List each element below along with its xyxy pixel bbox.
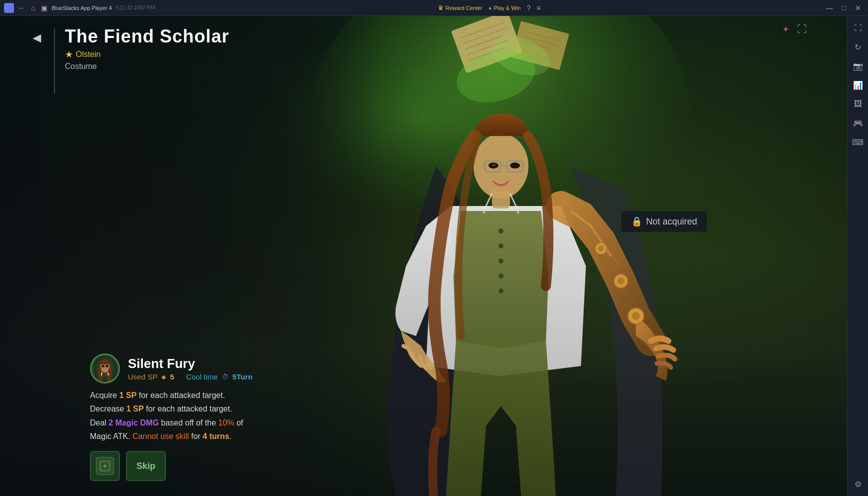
sp-label: Used SP [128, 372, 157, 381]
header-divider [54, 28, 55, 94]
svg-point-16 [499, 274, 504, 278]
help-button[interactable]: ? [527, 4, 531, 12]
svg-point-33 [492, 164, 496, 166]
titlebar-right: — □ ✕ [823, 3, 864, 13]
sidebar-icon-chart[interactable]: 📊 [850, 77, 866, 93]
sidebar-icon-fullscreen[interactable]: ⛶ [850, 20, 866, 36]
back-nav-button[interactable]: ← [18, 4, 25, 12]
page-title: The Fiend Scholar [65, 26, 229, 47]
lock-icon: 🔒 [631, 216, 642, 227]
sidebar-icon-keyboard[interactable]: ⌨ [850, 134, 866, 150]
crown-icon: ♛ [438, 4, 444, 12]
screenshot-nav-button[interactable]: ▣ [41, 4, 47, 12]
play-win-label: Play & Win [494, 5, 521, 11]
character-name: Olstein [76, 50, 101, 59]
skill-name-area: Silent Fury Used SP ◆ 5 Cool time ⏱ 5Tur… [128, 356, 252, 381]
cannot-use-highlight: Cannot use skill [132, 432, 189, 440]
cooldown-value: 5Turn [232, 372, 253, 381]
skill-panel: Silent Fury Used SP ◆ 5 Cool time ⏱ 5Tur… [90, 354, 380, 481]
cooldown-icon: ⏱ [222, 373, 228, 380]
skill-buttons: Skip [90, 451, 380, 481]
game-area: ◄ The Fiend Scholar ★ Olstein Costume ⛶ … [0, 16, 847, 496]
skill-stats: Used SP ◆ 5 Cool time ⏱ 5Turn [128, 372, 252, 381]
reward-center-button[interactable]: ♛ Reward Center [438, 4, 483, 12]
fullscreen-icon[interactable]: ⛶ [797, 24, 807, 35]
titlebar-center: ♛ Reward Center ● Play & Win ? ≡ [438, 4, 541, 12]
nav-buttons: ← ⌂ ▣ [18, 4, 47, 12]
close-button[interactable]: ✕ [852, 3, 864, 13]
cooldown-label: Cool time [186, 372, 218, 381]
titlebar-left: ← ⌂ ▣ BlueStacks App Player 4 5.11.42.10… [4, 3, 155, 13]
skill-icon-inner [96, 457, 114, 475]
not-acquired-badge: 🔒 Not acquired [621, 211, 707, 232]
not-acquired-text: Not acquired [646, 216, 697, 227]
magic-dmg-highlight: 2 Magic DMG [108, 418, 158, 427]
app-title: BlueStacks App Player 4 [51, 5, 111, 11]
svg-point-15 [499, 258, 504, 264]
sidebar-icon-rotate[interactable]: ↻ [850, 39, 866, 55]
costume-type: Costume [65, 62, 229, 71]
svg-point-32 [510, 162, 520, 168]
sp-highlight-1: 1 SP [119, 391, 137, 400]
skill-icon-button[interactable] [90, 451, 120, 481]
skill-avatar-inner [92, 356, 118, 382]
home-nav-button[interactable]: ⌂ [31, 4, 35, 12]
sidebar-icon-camera[interactable]: 📷 [850, 58, 866, 74]
expand-area: ⛶ [782, 24, 807, 35]
svg-point-21 [618, 278, 625, 284]
sidebar-icon-gamepad[interactable]: 🎮 [850, 115, 866, 131]
skill-name: Silent Fury [128, 356, 252, 372]
svg-point-17 [499, 288, 504, 294]
svg-point-19 [598, 246, 604, 252]
svg-point-14 [499, 244, 504, 248]
sp-value: 5 [170, 372, 174, 381]
skip-button[interactable]: Skip [126, 451, 166, 481]
sidebar-icon-settings[interactable]: ⚙ [850, 476, 866, 492]
restore-button[interactable]: □ [839, 3, 849, 13]
reward-label: Reward Center [446, 5, 483, 11]
header-info: The Fiend Scholar ★ Olstein Costume [65, 26, 229, 71]
bluestacks-color-icon [782, 24, 793, 35]
character-name-row: ★ Olstein [65, 49, 229, 60]
sp-highlight-2: 1 SP [126, 404, 144, 413]
svg-point-23 [632, 312, 640, 320]
bluestacks-logo [4, 3, 14, 13]
svg-rect-25 [492, 191, 510, 208]
skill-avatar [90, 354, 120, 384]
play-win-button[interactable]: ● Play & Win [489, 5, 521, 11]
app-version: 5.11.42.1002 P64 [116, 5, 155, 10]
svg-point-13 [499, 228, 504, 234]
sidebar-icon-screenshot[interactable]: 🖼 [850, 96, 866, 112]
skill-description: Acquire 1 SP for each attacked target. D… [90, 388, 380, 443]
skill-header: Silent Fury Used SP ◆ 5 Cool time ⏱ 5Tur… [90, 354, 380, 384]
right-sidebar: ⛶ ↻ 📷 📊 🖼 🎮 ⌨ ⚙ [847, 16, 868, 496]
percent-highlight: 10% [218, 418, 234, 427]
star-icon: ★ [65, 49, 73, 60]
sp-diamond: ◆ [161, 374, 166, 380]
page-header: ◄ The Fiend Scholar ★ Olstein Costume [30, 26, 229, 94]
titlebar: ← ⌂ ▣ BlueStacks App Player 4 5.11.42.10… [0, 0, 868, 16]
play-win-icon: ● [489, 5, 492, 11]
minimize-button[interactable]: — [823, 3, 836, 13]
menu-button[interactable]: ≡ [537, 4, 541, 12]
turns-highlight: 4 turns [203, 432, 229, 440]
back-button[interactable]: ◄ [30, 30, 44, 46]
